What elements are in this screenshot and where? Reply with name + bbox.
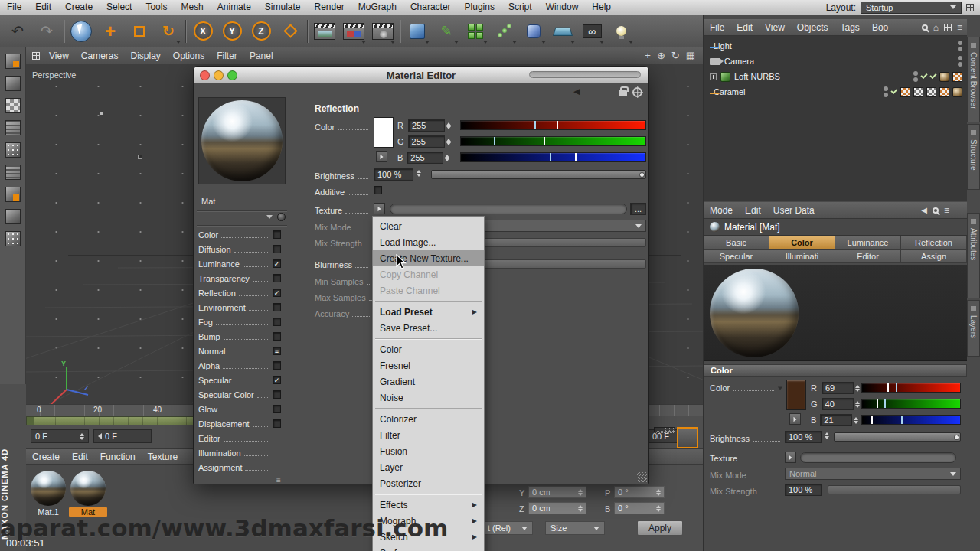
object-manager-menu-item[interactable]: Edit xyxy=(730,19,759,36)
context-menu-item[interactable]: Fresnel xyxy=(373,357,484,373)
start-frame-field[interactable]: 0 F xyxy=(93,429,152,443)
material-name-row[interactable]: Mat xyxy=(201,197,286,206)
render-picture-viewer-button[interactable] xyxy=(340,18,368,45)
channel-row[interactable]: Luminance ✓ xyxy=(198,256,284,271)
channel-checkbox[interactable] xyxy=(273,419,281,428)
home-icon[interactable]: ⌂ xyxy=(933,22,939,33)
preview-scene-icon[interactable] xyxy=(277,213,286,221)
mix-strength-slider[interactable] xyxy=(828,485,961,494)
channel-row[interactable]: Illumination xyxy=(198,445,284,460)
layout-select[interactable]: Startup xyxy=(861,2,962,14)
tab-content-browser[interactable]: Content Browser xyxy=(967,37,980,122)
attribute-menu-item[interactable]: User Data xyxy=(767,202,821,219)
channel-row[interactable]: Fog xyxy=(198,315,284,329)
scale-tool-button[interactable] xyxy=(126,18,153,45)
add-mograph-button[interactable] xyxy=(491,18,518,45)
live-selection-button[interactable] xyxy=(67,18,95,45)
expand-color-button[interactable] xyxy=(376,151,387,162)
context-menu-item[interactable]: Fusion xyxy=(373,443,484,459)
viewport-menu-item[interactable]: Display xyxy=(124,47,166,64)
channel-checkbox[interactable] xyxy=(273,332,281,341)
object-manager-menu-item[interactable]: Objects xyxy=(791,19,835,36)
menu-icon[interactable]: ≡ xyxy=(957,22,962,33)
back-icon[interactable]: ◀ xyxy=(921,206,927,214)
attribute-tab[interactable]: Luminance xyxy=(835,236,901,249)
color-swatch[interactable] xyxy=(786,380,806,410)
z-position-field[interactable]: 0 cm xyxy=(528,502,586,514)
context-menu-item[interactable]: Effects ▶ xyxy=(373,497,484,513)
menu-item[interactable]: File xyxy=(0,0,28,15)
expand-icon[interactable] xyxy=(710,73,717,80)
channel-row[interactable]: Color xyxy=(198,227,284,242)
viewport-grid-icon[interactable] xyxy=(32,52,40,60)
b-value-field[interactable]: 21 xyxy=(820,414,852,426)
browser-toggle-icon[interactable] xyxy=(677,427,698,448)
channel-row[interactable]: Specular Color xyxy=(198,387,284,402)
render-settings-button[interactable] xyxy=(369,18,397,45)
menu-item[interactable]: Plugins xyxy=(458,0,501,15)
add-spline-button[interactable]: ✎ xyxy=(433,18,460,45)
coordinate-system-button[interactable] xyxy=(276,18,304,45)
object-row-caramel[interactable]: Caramel xyxy=(704,84,967,99)
stepper[interactable] xyxy=(825,432,829,439)
lock-icon[interactable] xyxy=(619,90,627,96)
stepper[interactable] xyxy=(446,122,451,129)
g-value-field[interactable]: 255 xyxy=(408,135,445,148)
texture-tag-icon[interactable] xyxy=(926,87,936,97)
lock-y-axis-button[interactable]: Y xyxy=(218,18,246,45)
chevron-down-icon[interactable] xyxy=(778,386,782,390)
stepper[interactable] xyxy=(446,139,451,145)
undo-button[interactable]: ↶ xyxy=(4,18,31,45)
viewport-menu-item[interactable]: Filter xyxy=(211,47,243,64)
stepper[interactable] xyxy=(855,401,860,408)
menu-item[interactable]: Tools xyxy=(139,0,174,15)
brightness-slider[interactable] xyxy=(834,432,961,442)
attribute-tab[interactable]: Basic xyxy=(704,236,769,249)
red-gradient-slider[interactable] xyxy=(861,383,961,393)
texture-tag-icon[interactable] xyxy=(939,87,949,97)
visibility-dots[interactable] xyxy=(913,71,918,82)
channel-row[interactable]: Alpha xyxy=(198,358,284,373)
menu-item[interactable]: Help xyxy=(585,0,618,15)
layout-grid-icon[interactable] xyxy=(966,4,974,11)
channel-row[interactable]: Transparency xyxy=(198,271,284,285)
phong-tag-icon[interactable] xyxy=(939,72,949,82)
channel-checkbox[interactable] xyxy=(273,318,281,326)
add-environment-button[interactable] xyxy=(549,18,577,45)
p-rotation-field[interactable]: 0 ° xyxy=(614,486,665,498)
channel-row[interactable]: Editor xyxy=(198,431,284,445)
grid-icon[interactable] xyxy=(955,207,962,214)
viewport-handle[interactable] xyxy=(138,155,142,159)
maximize-button[interactable] xyxy=(227,70,237,80)
attribute-tab[interactable]: Color xyxy=(769,236,835,249)
visibility-dots[interactable] xyxy=(958,56,962,67)
search-icon[interactable] xyxy=(922,24,928,31)
green-gradient-slider[interactable] xyxy=(861,399,961,409)
channel-checkbox[interactable]: ✓ xyxy=(273,376,281,384)
edges-mode-icon[interactable] xyxy=(5,165,21,180)
add-deformer-button[interactable] xyxy=(520,18,547,45)
context-menu-item[interactable]: Gradient xyxy=(373,373,484,390)
tab-attributes[interactable]: Attributes xyxy=(967,213,980,298)
menu-item[interactable]: Animate xyxy=(211,0,258,15)
context-menu-item[interactable]: Clear xyxy=(373,218,484,234)
current-frame-field[interactable]: 0 F xyxy=(31,429,89,443)
visibility-dots[interactable] xyxy=(958,41,962,51)
visibility-dots[interactable] xyxy=(884,86,888,97)
dope-sheet-icon[interactable] xyxy=(654,427,675,433)
stepper[interactable] xyxy=(578,505,583,512)
minimize-button[interactable] xyxy=(214,70,224,80)
material-manager-menu-item[interactable]: Texture xyxy=(142,448,184,465)
channel-checkbox[interactable] xyxy=(273,361,281,370)
red-gradient-slider[interactable] xyxy=(460,120,646,130)
channel-checkbox[interactable] xyxy=(273,245,281,253)
texture-expand-button[interactable] xyxy=(374,203,385,214)
mix-strength-value-field[interactable]: 100 % xyxy=(785,484,822,496)
stepper[interactable] xyxy=(855,385,860,392)
size-mode-dropdown[interactable]: Size xyxy=(545,521,605,535)
titlebar-slider[interactable] xyxy=(529,71,641,78)
menu-item[interactable]: Script xyxy=(501,0,539,15)
context-menu-item[interactable]: Posterizer xyxy=(373,475,484,491)
lock-x-axis-button[interactable]: X xyxy=(189,18,217,45)
channel-checkbox[interactable]: ≡ xyxy=(273,347,281,355)
